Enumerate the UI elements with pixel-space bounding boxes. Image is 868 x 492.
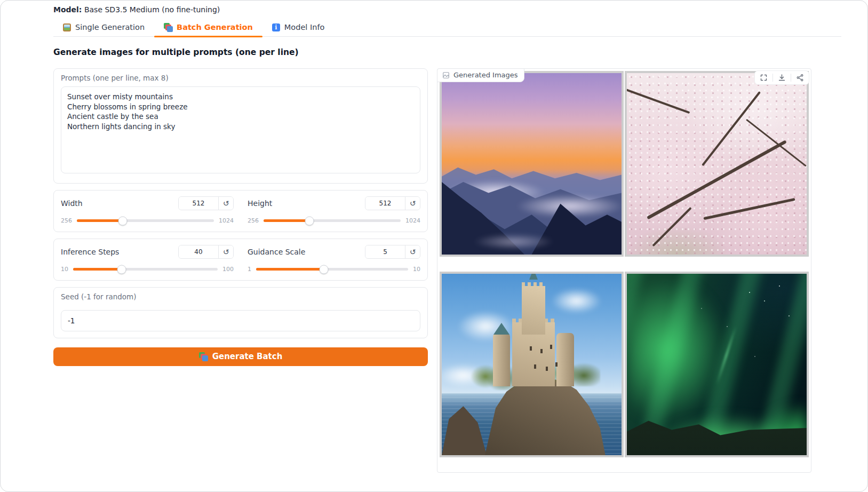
- toolbar-divider: [791, 74, 791, 82]
- width-min-label: 256: [61, 217, 72, 224]
- prompts-label: Prompts (one per line, max 8): [61, 74, 420, 82]
- page-title: Generate images for multiple prompts (on…: [53, 47, 867, 57]
- guidance-number-box: ↺: [365, 245, 420, 259]
- prompts-textarea[interactable]: Sunset over misty mountains Cherry bloss…: [61, 86, 420, 173]
- width-label: Width: [61, 199, 83, 208]
- tab-label: Batch Generation: [177, 23, 253, 31]
- blossom-image-art: [627, 73, 807, 255]
- aurora-image-art: [627, 274, 807, 455]
- guidance-slider-fill: [256, 268, 324, 271]
- width-slider-fill: [77, 219, 123, 222]
- steps-slider-handle[interactable]: [117, 265, 126, 274]
- info-square-icon: [272, 23, 280, 31]
- gallery-image-cherry-blossoms-in-spring-breeze[interactable]: [625, 71, 809, 257]
- share-icon[interactable]: [796, 74, 804, 82]
- toolbar-divider: [773, 74, 773, 82]
- reset-icon: ↺: [223, 199, 229, 208]
- height-slider-handle[interactable]: [305, 216, 314, 225]
- tab-single-generation[interactable]: Single Generation: [53, 19, 154, 36]
- seed-panel: Seed (-1 for random): [53, 287, 428, 338]
- height-slider-fill: [264, 219, 309, 222]
- height-slider[interactable]: [264, 219, 401, 222]
- gallery-label-text: Generated Images: [453, 71, 518, 79]
- gallery-toolbar: [754, 70, 809, 85]
- reset-icon: ↺: [410, 199, 416, 208]
- height-reset-button[interactable]: ↺: [405, 197, 420, 210]
- height-label: Height: [248, 199, 272, 208]
- model-line: Model: Base SD3.5 Medium (no fine-tuning…: [53, 5, 867, 14]
- guidance-min-label: 1: [248, 266, 251, 273]
- model-label: Model:: [53, 5, 82, 14]
- guidance-slider[interactable]: [256, 268, 408, 271]
- seed-input[interactable]: [61, 310, 420, 331]
- app-window: Model: Base SD3.5 Medium (no fine-tuning…: [0, 0, 868, 492]
- height-slider-group: Height ↺ 256: [248, 196, 420, 224]
- generate-batch-button[interactable]: Generate Batch: [53, 347, 428, 366]
- width-slider-handle[interactable]: [118, 216, 128, 225]
- height-number-box: ↺: [365, 196, 420, 210]
- steps-slider[interactable]: [73, 268, 218, 271]
- steps-slider-fill: [73, 268, 122, 271]
- size-panel: Width ↺ 256: [53, 190, 428, 232]
- gallery-image-northern-lights-dancing-in-sky[interactable]: [625, 272, 809, 457]
- tab-label: Model Info: [284, 23, 325, 31]
- guidance-slider-group: Guidance Scale ↺ 1: [248, 245, 420, 273]
- image-placeholder-icon: [442, 72, 450, 79]
- width-slider[interactable]: [77, 219, 214, 222]
- steps-label: Inference Steps: [61, 248, 119, 256]
- height-min-label: 256: [248, 217, 259, 224]
- guidance-max-label: 10: [413, 266, 420, 273]
- guidance-reset-button[interactable]: ↺: [405, 245, 420, 258]
- gallery-grid: [440, 71, 809, 457]
- prompts-panel: Prompts (one per line, max 8) Sunset ove…: [53, 68, 428, 184]
- width-input[interactable]: [179, 197, 218, 210]
- sunset-image-art: [442, 73, 622, 255]
- download-icon[interactable]: [778, 74, 786, 82]
- tab-label: Single Generation: [75, 23, 145, 31]
- steps-input[interactable]: [179, 245, 218, 258]
- steps-reset-button[interactable]: ↺: [218, 245, 233, 258]
- guidance-input[interactable]: [365, 245, 405, 258]
- gallery-image-ancient-castle-by-the-sea[interactable]: [440, 272, 624, 457]
- guidance-label: Guidance Scale: [248, 248, 305, 256]
- height-input[interactable]: [365, 197, 405, 210]
- generate-batch-label: Generate Batch: [212, 352, 283, 361]
- generated-images-gallery: Generated Images: [437, 68, 811, 473]
- width-reset-button[interactable]: ↺: [218, 197, 233, 210]
- seed-label: Seed (-1 for random): [61, 292, 420, 301]
- reset-icon: ↺: [223, 248, 229, 256]
- controls-column: Prompts (one per line, max 8) Sunset ove…: [53, 68, 428, 473]
- width-max-label: 1024: [219, 217, 234, 224]
- fullscreen-icon[interactable]: [760, 74, 768, 82]
- steps-number-box: ↺: [178, 245, 234, 259]
- steps-max-label: 100: [222, 266, 234, 273]
- height-max-label: 1024: [405, 217, 420, 224]
- layered-books-icon: [199, 352, 208, 361]
- steps-min-label: 10: [61, 266, 68, 273]
- steps-guidance-panel: Inference Steps ↺ 10: [53, 239, 428, 281]
- model-value: Base SD3.5 Medium (no fine-tuning): [84, 5, 220, 14]
- tab-bar: Single Generation Batch Generation Model…: [53, 19, 841, 37]
- gallery-image-sunset-over-misty-mountains[interactable]: [440, 71, 624, 257]
- layered-books-icon: [164, 23, 172, 31]
- tab-batch-generation[interactable]: Batch Generation: [154, 19, 262, 36]
- gallery-label: Generated Images: [437, 68, 524, 82]
- steps-slider-group: Inference Steps ↺ 10: [61, 245, 234, 273]
- framed-picture-icon: [63, 23, 71, 31]
- width-slider-group: Width ↺ 256: [61, 196, 234, 224]
- guidance-slider-handle[interactable]: [319, 265, 328, 274]
- reset-icon: ↺: [410, 248, 416, 256]
- castle-image-art: [442, 274, 622, 455]
- width-number-box: ↺: [178, 196, 234, 210]
- tab-model-info[interactable]: Model Info: [262, 19, 335, 36]
